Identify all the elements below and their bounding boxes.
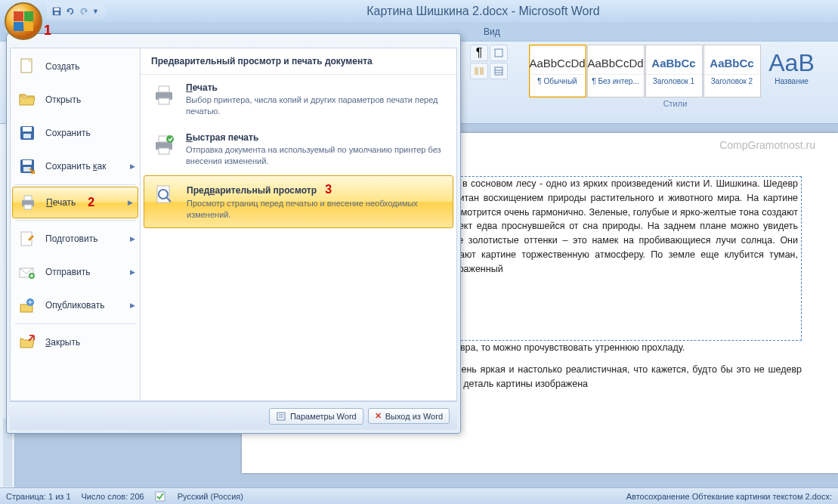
printer-icon [151, 82, 177, 108]
styles-gallery: AaBbCcDd ¶ Обычный AaBbCcDd ¶ Без интер.… [529, 45, 822, 97]
publish-icon [17, 295, 38, 316]
chevron-right-icon: ▶ [130, 162, 135, 170]
word-options-button[interactable]: Параметры Word [269, 408, 363, 425]
svg-rect-14 [23, 160, 32, 165]
chevron-right-icon: ▶ [128, 199, 133, 206]
svg-rect-18 [24, 205, 32, 209]
quick-access-toolbar: ▼ [47, 3, 107, 20]
ribbon-icon-4[interactable] [490, 63, 508, 79]
svg-rect-26 [159, 98, 169, 104]
styles-group-label: Стили [663, 97, 688, 108]
new-doc-icon [17, 56, 38, 77]
exit-word-button[interactable]: ✕ Выход из Word [368, 408, 450, 424]
send-icon [17, 261, 38, 283]
svg-point-30 [166, 135, 174, 143]
annotation-2: 2 [88, 196, 94, 209]
submenu-quickprint[interactable]: Быстрая печать Отправка документа на исп… [141, 125, 456, 175]
chevron-right-icon: ▶ [130, 301, 135, 309]
svg-rect-4 [475, 67, 478, 75]
svg-rect-2 [54, 12, 58, 15]
submenu-title: Предварительный просмотр и печать докуме… [141, 48, 456, 75]
svg-rect-3 [495, 49, 502, 57]
office-menu-left: Создать Открыть Сохранить Сохранить как … [11, 48, 141, 400]
menu-publish[interactable]: Опубликовать ▶ [11, 289, 140, 322]
svg-rect-17 [24, 196, 32, 200]
print-icon [17, 192, 39, 213]
menu-saveas[interactable]: Сохранить как ▶ [11, 150, 140, 183]
menu-close[interactable]: Закрыть [11, 326, 140, 359]
window-title: Картина Шишкина 2.docx - Microsoft Word [128, 5, 838, 18]
svg-rect-25 [159, 86, 169, 92]
status-bar: Страница: 1 из 1 Число слов: 206 Русский… [0, 487, 838, 504]
title-bar: 1 ▼ Картина Шишкина 2.docx - Microsoft W… [0, 0, 838, 23]
ribbon-icon-2[interactable] [490, 45, 508, 61]
menu-prepare[interactable]: Подготовить ▶ [11, 222, 140, 255]
close-icon [17, 332, 38, 353]
qat-dropdown-icon[interactable]: ▼ [92, 8, 99, 15]
chevron-right-icon: ▶ [130, 235, 135, 243]
status-autosave: Автосохранение Обтекание картинки тексто… [626, 492, 832, 501]
annotation-1: 1 [44, 23, 51, 39]
saveas-icon [17, 156, 38, 177]
status-proofing-icon[interactable] [155, 491, 167, 502]
menu-send[interactable]: Отправить ▶ [11, 255, 140, 289]
status-language[interactable]: Русский (Россия) [178, 492, 243, 501]
office-button[interactable] [5, 2, 42, 40]
svg-rect-6 [495, 67, 502, 75]
quick-print-icon [151, 132, 177, 158]
submenu-print[interactable]: Печать Выбор принтера, числа копий и дру… [141, 75, 456, 125]
qat-undo-icon[interactable] [65, 6, 76, 17]
svg-rect-5 [480, 67, 484, 75]
office-menu: Создать Открыть Сохранить Сохранить как … [6, 33, 461, 434]
folder-open-icon [17, 89, 38, 110]
svg-rect-12 [23, 134, 31, 138]
style-title-preview[interactable]: AaB [762, 45, 822, 77]
doc-paragraph-1: Утро в сосновом лесу - одно из ярких про… [434, 176, 802, 341]
submenu-preview[interactable]: Предварительный просмотр 3 Просмотр стра… [144, 175, 453, 228]
menu-print[interactable]: Печать 2 ▶ [12, 187, 138, 218]
status-wordcount[interactable]: Число слов: 206 [82, 492, 144, 501]
chevron-right-icon: ▶ [130, 268, 135, 276]
svg-rect-34 [277, 413, 285, 420]
ribbon-icon-3[interactable] [470, 63, 488, 79]
menu-save[interactable]: Сохранить [11, 116, 140, 150]
print-preview-icon [152, 183, 178, 209]
status-page[interactable]: Страница: 1 из 1 [6, 492, 71, 501]
menu-new[interactable]: Создать [11, 50, 140, 83]
ribbon-icon-1[interactable]: ¶ [470, 45, 488, 61]
svg-rect-11 [23, 127, 32, 131]
prepare-icon [17, 228, 38, 249]
tab-view[interactable]: Вид [476, 24, 508, 39]
office-menu-right: Предварительный просмотр и печать докуме… [141, 48, 456, 400]
watermark: CompGramotnost.ru [719, 139, 815, 151]
save-icon [17, 122, 38, 144]
svg-rect-29 [159, 148, 169, 154]
qat-save-icon[interactable] [51, 6, 62, 17]
office-menu-footer: Параметры Word ✕ Выход из Word [10, 401, 457, 430]
style-normal[interactable]: AaBbCcDd ¶ Обычный [529, 45, 586, 97]
style-heading1[interactable]: AaBbCc Заголовок 1 [645, 45, 703, 97]
svg-rect-1 [54, 8, 60, 11]
ribbon-misc-icons: ¶ [467, 42, 512, 82]
menu-open[interactable]: Открыть [11, 83, 140, 116]
style-nospacing[interactable]: AaBbCcDd ¶ Без интер... [587, 45, 645, 97]
qat-redo-icon[interactable] [79, 6, 89, 17]
style-heading2[interactable]: AaBbCc Заголовок 2 [703, 45, 761, 97]
annotation-3: 3 [325, 183, 332, 196]
